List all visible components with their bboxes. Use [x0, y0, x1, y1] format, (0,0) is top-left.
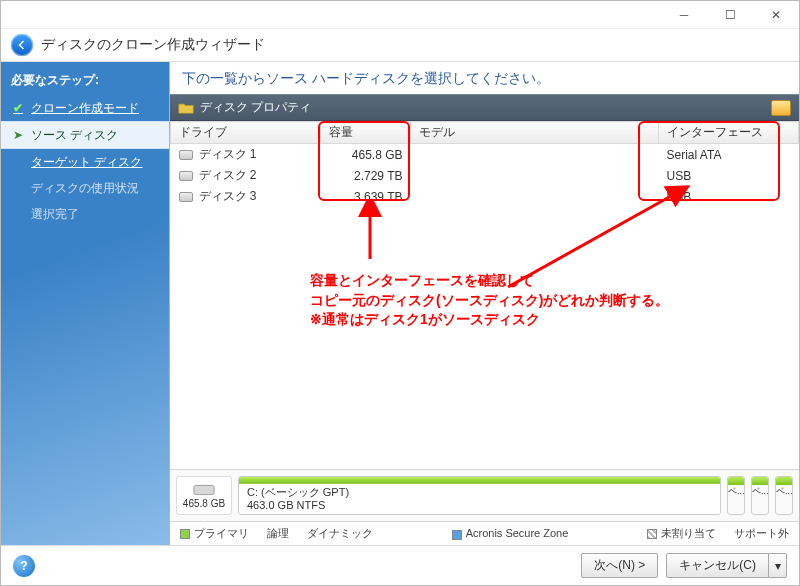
arrow-left-icon: [16, 39, 28, 51]
svg-rect-2: [194, 485, 214, 494]
viz-disk-block[interactable]: 465.8 GB: [176, 476, 232, 515]
disk-icon: [179, 192, 193, 202]
partition-visualizer: 465.8 GB C: (ベーシック GPT) 463.0 GB NTFS ベ.…: [170, 469, 799, 521]
partition-label: C: (ベーシック GPT) 463.0 GB NTFS: [239, 484, 720, 514]
next-button[interactable]: 次へ(N) >: [581, 553, 658, 578]
body: 必要なステップ: クローン作成モード ソース ディスク ターゲット ディスク デ…: [1, 62, 799, 545]
legend-unallocated: 未割り当て: [647, 526, 716, 541]
sidebar-step-target-disk[interactable]: ターゲット ディスク: [1, 149, 169, 175]
col-interface[interactable]: インターフェース: [659, 122, 799, 144]
legend-logical: 論理: [267, 526, 289, 541]
viz-total-size: 465.8 GB: [183, 498, 225, 509]
close-button[interactable]: ✕: [753, 1, 799, 28]
panel-title-text: ディスク プロパティ: [200, 99, 311, 116]
col-drive[interactable]: ドライブ: [171, 122, 321, 144]
harddisk-icon: [193, 482, 215, 498]
titlebar: ─ ☐ ✕: [1, 1, 799, 29]
partition-bar: [239, 477, 720, 484]
legend-unsupported: サポート外: [734, 526, 789, 541]
table-row[interactable]: ディスク 1 465.8 GB Serial ATA: [171, 144, 799, 166]
viz-partition-c[interactable]: C: (ベーシック GPT) 463.0 GB NTFS: [238, 476, 721, 515]
viz-partition-stub[interactable]: ベ...: [727, 476, 745, 515]
col-model[interactable]: モデル: [411, 122, 659, 144]
legend-acronis: Acronis Secure Zone: [452, 527, 569, 539]
col-capacity[interactable]: 容量: [321, 122, 411, 144]
sidebar-step-finish: 選択完了: [1, 201, 169, 227]
cancel-dropdown[interactable]: ▾: [769, 553, 787, 578]
minimize-button[interactable]: ─: [661, 1, 707, 28]
viz-partition-stub[interactable]: ベ...: [751, 476, 769, 515]
folder-icon: [178, 101, 194, 115]
table-header-row: ドライブ 容量 モデル インターフェース: [171, 122, 799, 144]
cancel-button[interactable]: キャンセル(C): [666, 553, 769, 578]
footer: ? 次へ(N) > キャンセル(C) ▾: [1, 545, 799, 585]
panel-title-bar: ディスク プロパティ: [170, 94, 799, 121]
sidebar-step-disk-usage: ディスクの使用状況: [1, 175, 169, 201]
disk-icon: [179, 150, 193, 160]
instruction-text: 下の一覧からソース ハードディスクを選択してください。: [170, 62, 799, 94]
window-title: ディスクのクローン作成ウィザード: [41, 36, 265, 54]
cancel-button-group: キャンセル(C) ▾: [666, 553, 787, 578]
table-row[interactable]: ディスク 2 2.729 TB USB: [171, 165, 799, 186]
header: ディスクのクローン作成ウィザード: [1, 29, 799, 61]
disk-icon: [179, 171, 193, 181]
disk-table-wrap: ドライブ 容量 モデル インターフェース ディスク 1 465.8 GB Ser…: [170, 121, 799, 469]
annotation-text: 容量とインターフェースを確認して コピー元のディスク(ソースディスク)がどれか判…: [310, 271, 669, 330]
viz-partition-stub[interactable]: ベ...: [775, 476, 793, 515]
sidebar-heading: 必要なステップ:: [1, 68, 169, 95]
sidebar: 必要なステップ: クローン作成モード ソース ディスク ターゲット ディスク デ…: [1, 62, 169, 545]
legend: プライマリ 論理 ダイナミック Acronis Secure Zone 未割り当…: [170, 521, 799, 545]
legend-dynamic: ダイナミック: [307, 526, 373, 541]
legend-primary: プライマリ: [180, 526, 249, 541]
back-button[interactable]: [11, 34, 33, 56]
properties-icon[interactable]: [771, 100, 791, 116]
help-button[interactable]: ?: [13, 555, 35, 577]
maximize-button[interactable]: ☐: [707, 1, 753, 28]
table-row[interactable]: ディスク 3 3.639 TB USB: [171, 186, 799, 207]
sidebar-step-clone-mode[interactable]: クローン作成モード: [1, 95, 169, 121]
annotation-arrow-capacity: [355, 201, 385, 261]
disk-table: ドライブ 容量 モデル インターフェース ディスク 1 465.8 GB Ser…: [170, 121, 799, 207]
main: 下の一覧からソース ハードディスクを選択してください。 ディスク プロパティ ド…: [169, 62, 799, 545]
sidebar-step-source-disk[interactable]: ソース ディスク: [1, 121, 169, 149]
wizard-window: ─ ☐ ✕ ディスクのクローン作成ウィザード 必要なステップ: クローン作成モー…: [0, 0, 800, 586]
